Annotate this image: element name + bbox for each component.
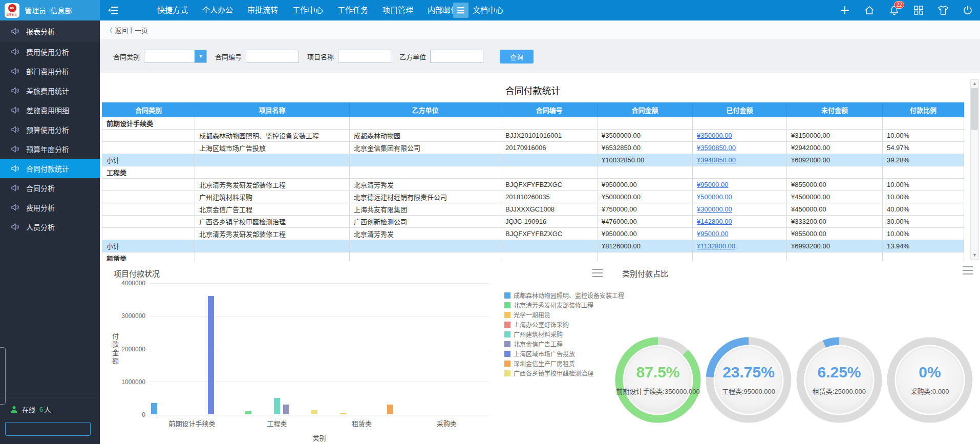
home-button[interactable] <box>863 4 876 16</box>
bar-成都森林动物园照明、监控设备安装工程[interactable] <box>151 403 157 414</box>
table-cell <box>598 166 693 179</box>
legend-item[interactable]: 成都森林动物园照明、监控设备安装工程 <box>504 290 624 300</box>
topnav-item[interactable]: 审批流转 <box>244 0 282 20</box>
paid-amount-link[interactable]: ¥3940850.00 <box>697 156 736 164</box>
sidebar-search-input[interactable] <box>6 426 91 433</box>
column-header[interactable]: 未付金额 <box>787 103 883 117</box>
table-cell: ¥950000.00 <box>598 179 693 191</box>
sidebar-item-合同付款统计[interactable]: 合同付款统计 <box>0 159 100 178</box>
column-header[interactable]: 合同编号 <box>501 103 598 117</box>
sidebar-item-费用使用分析[interactable]: 费用使用分析 <box>0 42 100 61</box>
table-row-category: 工程类 <box>102 166 964 179</box>
column-header[interactable]: 乙方单位 <box>350 103 501 117</box>
new-item-button[interactable] <box>839 4 851 16</box>
table-cell: ¥855000.00 <box>787 179 883 191</box>
table-cell: 201810260035 <box>501 191 598 203</box>
legend-item[interactable]: 北京清芳秀发研发部装修工程 <box>504 300 624 310</box>
legend-item[interactable]: 广西各乡镇学校甲醛检测治理 <box>504 368 624 378</box>
scroll-up-arrow[interactable]: ▲ <box>971 80 978 88</box>
paid-amount-link[interactable]: ¥3590850.00 <box>697 144 736 152</box>
sidebar-footer: 在线 6 人 <box>0 397 100 444</box>
sidebar-group-label: 报表分析 <box>26 26 55 36</box>
bar-光学一期租赁[interactable] <box>340 413 346 414</box>
panel-drag-handle[interactable] <box>0 347 6 405</box>
online-label: 在线 <box>22 405 35 414</box>
paid-amount-link[interactable]: ¥350000.00 <box>697 132 732 139</box>
paid-amount-link[interactable]: ¥95000.00 <box>697 181 728 188</box>
bar-北京金信广告工程[interactable] <box>283 405 289 414</box>
theme-button[interactable] <box>937 4 949 16</box>
bar-chart-menu-icon[interactable] <box>592 269 603 277</box>
paid-amount-link[interactable]: ¥300000.00 <box>697 205 732 213</box>
bar-北京清芳秀发研发部装修工程[interactable] <box>245 411 251 414</box>
logout-button[interactable] <box>962 4 974 16</box>
nav-more-button[interactable] <box>453 3 468 18</box>
party-b-input[interactable] <box>430 50 483 63</box>
donut-gauge[interactable]: 0%采购类:0.000 <box>884 334 976 426</box>
legend-item[interactable]: 北京金信广告工程 <box>504 339 624 349</box>
tshirt-icon <box>938 5 949 15</box>
table-row-subtotal: 小计¥8126000.00¥1132800.00¥6993200.0013.94… <box>102 240 964 252</box>
column-header[interactable]: 合同金额 <box>598 103 693 117</box>
sidebar-item-人员分析[interactable]: 人员分析 <box>0 217 100 237</box>
table-cell: ¥750000.00 <box>598 203 693 216</box>
table-scrollbar[interactable]: ▲ ▼ <box>970 79 979 260</box>
contract-type-select[interactable]: ▼ <box>144 50 207 63</box>
sidebar-item-预算年度分析[interactable]: 预算年度分析 <box>0 139 100 159</box>
legend-item[interactable]: 广州建筑材料采购 <box>504 329 624 339</box>
sidebar-group-report-analysis[interactable]: 报表分析 <box>0 20 100 42</box>
sidebar-item-费用分析[interactable]: 费用分析 <box>0 198 100 217</box>
donut-gauge[interactable]: 87.5%前期设计手续类:350000.000 <box>612 334 704 426</box>
legend-item[interactable]: 上海办公室灯饰采购 <box>504 320 624 329</box>
sidebar-item-预算使用分析[interactable]: 预算使用分析 <box>0 120 100 139</box>
app-logo[interactable]: ∞ 华天动力 <box>5 3 19 18</box>
topnav-item[interactable]: 个人办公 <box>199 0 237 20</box>
current-user[interactable]: 管理员 -信息部 <box>25 5 72 15</box>
contract-no-input[interactable] <box>246 50 299 63</box>
bar-上海区域市场广告投放[interactable] <box>208 296 214 414</box>
donut-gauge[interactable]: 6.25%租赁类:25000.000 <box>793 334 885 426</box>
table-cell: 北京德远建材经销有限责任公司 <box>350 191 501 203</box>
sidebar-item-差旅费用统计[interactable]: 差旅费用统计 <box>0 81 100 100</box>
apps-button[interactable] <box>912 4 925 16</box>
bar-广州建筑材料采购[interactable] <box>274 398 280 414</box>
bar-chart-plot: 01000000200000030000004000000 <box>150 283 489 415</box>
paid-amount-link[interactable]: ¥95000.00 <box>697 230 728 238</box>
sidebar-item-合同分析[interactable]: 合同分析 <box>0 178 100 198</box>
bar-广西各乡镇学校甲醛检测治理[interactable] <box>311 410 317 414</box>
column-header[interactable]: 项目名称 <box>195 103 350 117</box>
topnav-item[interactable]: 快捷方式 <box>154 0 191 20</box>
donut-gauge[interactable]: 23.75%工程类:95000.000 <box>702 334 795 426</box>
sidebar-item-部门费用分析[interactable]: 部门费用分析 <box>0 61 100 81</box>
column-header[interactable]: 合同类别 <box>102 103 195 117</box>
scrollbar-thumb[interactable] <box>971 88 978 130</box>
table-cell: 北京金信广告工程 <box>195 203 350 216</box>
table-row-data: 上海区域市场广告投放北京金信集团有限公司20170916006¥6532850.… <box>102 142 964 154</box>
back-link[interactable]: 〈返回上一页 <box>106 25 148 35</box>
gauge-chart-menu-icon[interactable] <box>963 266 973 274</box>
paid-amount-link[interactable]: ¥500000.00 <box>697 193 732 201</box>
topnav-item[interactable]: 工作任务 <box>334 0 372 20</box>
paid-amount-link[interactable]: ¥1132800.00 <box>697 242 735 250</box>
bar-深圳金信生产厂房租赁[interactable] <box>387 405 393 414</box>
table-cell: ¥1132800.00 <box>693 240 787 252</box>
column-header[interactable]: 已付金额 <box>693 103 787 117</box>
notifications-button[interactable]: 22 <box>888 4 900 16</box>
scroll-down-arrow[interactable]: ▼ <box>971 251 978 259</box>
legend-item[interactable]: 上海区域市场广告投放 <box>504 349 624 358</box>
sidebar-collapse-button[interactable] <box>106 4 120 17</box>
sidebar-item-差旅费用明细[interactable]: 差旅费用明细 <box>0 100 100 120</box>
project-name-input[interactable] <box>338 50 391 63</box>
table-cell: 小计 <box>102 240 195 252</box>
topnav-item[interactable]: 项目管理 <box>379 0 417 20</box>
y-tick-label: 3000000 <box>104 312 145 320</box>
legend-label: 广西各乡镇学校甲醛检测治理 <box>514 369 593 377</box>
dropdown-arrow-icon[interactable]: ▼ <box>195 50 206 62</box>
topnav-item[interactable]: 文档中心 <box>469 0 507 20</box>
column-header[interactable]: 付款比例 <box>883 103 964 117</box>
query-button[interactable]: 查询 <box>500 50 534 64</box>
topnav-item[interactable]: 工作中心 <box>289 0 327 20</box>
legend-item[interactable]: 光学一期租赁 <box>504 310 624 320</box>
paid-amount-link[interactable]: ¥142800.00 <box>697 218 732 225</box>
legend-item[interactable]: 深圳金信生产厂房租赁 <box>504 358 624 368</box>
